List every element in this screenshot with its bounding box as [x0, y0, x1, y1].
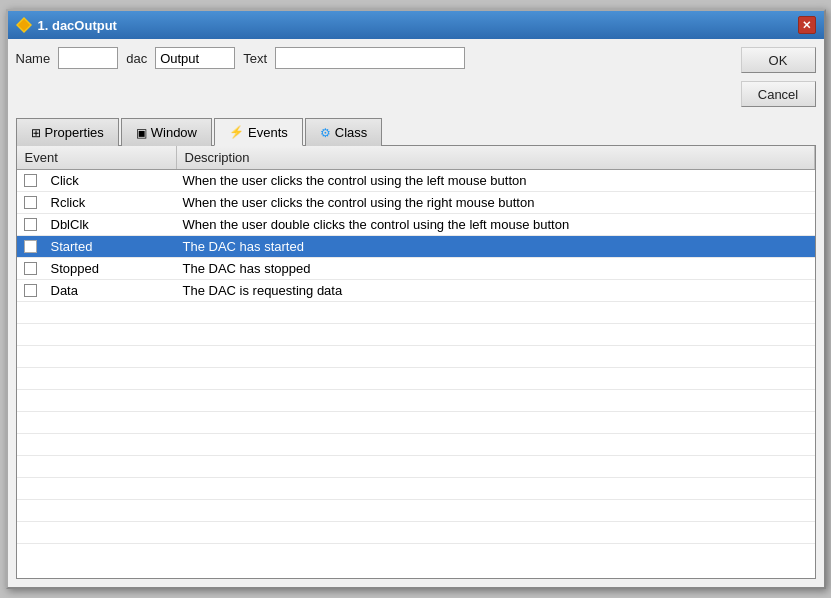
- table-row-empty: [17, 368, 815, 390]
- tab-events-label: Events: [248, 125, 288, 140]
- title-text: 1. dacOutput: [38, 18, 117, 33]
- tab-events[interactable]: ⚡ Events: [214, 118, 303, 146]
- title-bar-left: 1. dacOutput: [16, 17, 117, 33]
- row-checkbox[interactable]: [17, 194, 45, 211]
- row-event: Rclick: [45, 193, 177, 212]
- table-row-empty: [17, 412, 815, 434]
- top-row: Name dac Text: [16, 47, 725, 69]
- table-row-empty: [17, 434, 815, 456]
- properties-icon: ⊞: [31, 126, 41, 140]
- tab-window-label: Window: [151, 125, 197, 140]
- table-row-empty: [17, 522, 815, 544]
- table-row-empty: [17, 500, 815, 522]
- class-icon: ⚙: [320, 126, 331, 140]
- dialog: 1. dacOutput ✕ Name dac Text OK Cancel: [6, 9, 826, 589]
- events-icon: ⚡: [229, 125, 244, 139]
- tab-properties-label: Properties: [45, 125, 104, 140]
- checkbox-started[interactable]: [24, 240, 37, 253]
- tab-class[interactable]: ⚙ Class: [305, 118, 383, 146]
- row-event: Click: [45, 171, 177, 190]
- table-row-empty: [17, 302, 815, 324]
- row-description: The DAC has stopped: [177, 259, 815, 278]
- cancel-button[interactable]: Cancel: [741, 81, 816, 107]
- row-event: Data: [45, 281, 177, 300]
- row-description: When the user double clicks the control …: [177, 215, 815, 234]
- table-row-empty: [17, 390, 815, 412]
- svg-marker-1: [18, 19, 30, 31]
- table-header: Event Description: [17, 146, 815, 170]
- row-description: The DAC has started: [177, 237, 815, 256]
- content-area: ⊞ Properties ▣ Window ⚡ Events ⚙ Class: [16, 115, 816, 579]
- ok-button[interactable]: OK: [741, 47, 816, 73]
- dac-label: dac: [126, 51, 147, 66]
- dialog-body: Name dac Text OK Cancel ⊞ Properties: [8, 39, 824, 587]
- tabs: ⊞ Properties ▣ Window ⚡ Events ⚙ Class: [16, 115, 816, 146]
- row-event: Stopped: [45, 259, 177, 278]
- checkbox-stopped[interactable]: [24, 262, 37, 275]
- table-row-selected[interactable]: Started The DAC has started: [17, 236, 815, 258]
- header-event: Event: [17, 146, 177, 169]
- table-row-empty: [17, 478, 815, 500]
- row-checkbox[interactable]: [17, 238, 45, 255]
- window-icon: [16, 17, 32, 33]
- name-label: Name: [16, 51, 51, 66]
- output-input[interactable]: [155, 47, 235, 69]
- tab-window[interactable]: ▣ Window: [121, 118, 212, 146]
- table-row-empty: [17, 456, 815, 478]
- table-row[interactable]: DblClk When the user double clicks the c…: [17, 214, 815, 236]
- header-description: Description: [177, 146, 815, 169]
- right-buttons: OK Cancel: [741, 47, 816, 107]
- text-input[interactable]: [275, 47, 465, 69]
- tab-properties[interactable]: ⊞ Properties: [16, 118, 119, 146]
- table-body: Click When the user clicks the control u…: [17, 170, 815, 578]
- table-row[interactable]: Rclick When the user clicks the control …: [17, 192, 815, 214]
- checkbox-click[interactable]: [24, 174, 37, 187]
- row-event: Started: [45, 237, 177, 256]
- name-input[interactable]: [58, 47, 118, 69]
- table-row-empty: [17, 324, 815, 346]
- table-row-empty: [17, 346, 815, 368]
- checkbox-data[interactable]: [24, 284, 37, 297]
- text-label: Text: [243, 51, 267, 66]
- close-button[interactable]: ✕: [798, 16, 816, 34]
- checkbox-dblclk[interactable]: [24, 218, 37, 231]
- row-description: When the user clicks the control using t…: [177, 193, 815, 212]
- row-checkbox[interactable]: [17, 282, 45, 299]
- title-bar: 1. dacOutput ✕: [8, 11, 824, 39]
- row-description: When the user clicks the control using t…: [177, 171, 815, 190]
- row-event: DblClk: [45, 215, 177, 234]
- row-checkbox[interactable]: [17, 172, 45, 189]
- table-row[interactable]: Click When the user clicks the control u…: [17, 170, 815, 192]
- row-description: The DAC is requesting data: [177, 281, 815, 300]
- events-table: Event Description Click When the user cl…: [16, 146, 816, 579]
- table-row[interactable]: Stopped The DAC has stopped: [17, 258, 815, 280]
- tab-class-label: Class: [335, 125, 368, 140]
- window-tab-icon: ▣: [136, 126, 147, 140]
- row-checkbox[interactable]: [17, 216, 45, 233]
- checkbox-rclick[interactable]: [24, 196, 37, 209]
- row-checkbox[interactable]: [17, 260, 45, 277]
- table-row[interactable]: Data The DAC is requesting data: [17, 280, 815, 302]
